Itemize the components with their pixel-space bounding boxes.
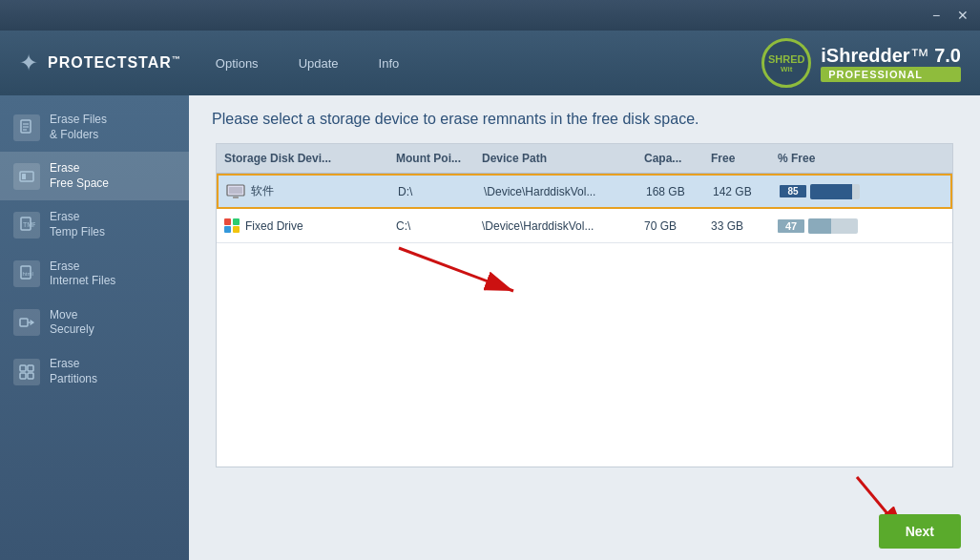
content: Please select a storage device to erase … (189, 95, 980, 483)
svg-rect-11 (20, 365, 26, 371)
svg-rect-16 (229, 187, 242, 194)
product-info: iShredder™ 7.0 PROFESSIONAL (821, 45, 961, 82)
minimize-button[interactable]: − (923, 5, 949, 26)
device-cell-1: 软件 (219, 179, 390, 203)
nav-menu: Options Update Info (210, 52, 405, 74)
erase-internet-label: EraseInternet Files (50, 259, 115, 289)
mount-cell-2: C:\ (388, 216, 474, 237)
svg-text:TMP: TMP (23, 221, 35, 228)
erase-temp-label: EraseTemp Files (50, 210, 105, 239)
pct-cell-2: 47 (770, 215, 865, 238)
sidebar: Erase Files& Folders EraseFree Space TMP… (0, 95, 189, 560)
erase-partitions-label: ErasePartitions (50, 357, 97, 386)
content-wrapper: Please select a storage device to erase … (189, 95, 980, 560)
path-cell-2: \Device\HarddiskVol... (474, 216, 636, 237)
storage-table: Storage Disk Devi... Mount Poi... Device… (216, 143, 953, 467)
professional-badge: PROFESSIONAL (821, 67, 961, 82)
svg-rect-17 (233, 197, 239, 198)
col-header-pct: % Free (770, 150, 865, 167)
brand: ✦ PROTECTSTAR™ (19, 50, 181, 76)
cap-cell-2: 70 GB (636, 216, 703, 237)
content-inner: Please select a storage device to erase … (189, 95, 980, 483)
pct-value-1: 85 (780, 185, 806, 197)
sidebar-item-move-securely[interactable]: MoveSecurely (0, 299, 189, 347)
svg-rect-5 (22, 174, 26, 179)
sidebar-item-erase-temp[interactable]: TMP EraseTemp Files (0, 200, 189, 249)
col-header-path: Device Path (474, 150, 636, 167)
sidebar-item-erase-internet[interactable]: html EraseInternet Files (0, 250, 189, 299)
sidebar-item-erase-partitions[interactable]: ErasePartitions (0, 347, 189, 396)
col-header-mount: Mount Poi... (388, 150, 474, 167)
table-row[interactable]: Fixed Drive C:\ \Device\HarddiskVol... 7… (217, 209, 952, 243)
shred-badge: SHRED Wit (761, 38, 811, 88)
table-row[interactable]: 软件 D:\ \Device\HarddiskVol... 168 GB 142… (217, 174, 952, 209)
svg-text:html: html (23, 271, 33, 277)
erase-partitions-icon (13, 359, 40, 385)
nav-update[interactable]: Update (293, 52, 344, 74)
close-button[interactable]: ✕ (949, 5, 976, 26)
cap-cell-1: 168 GB (638, 181, 705, 202)
erase-temp-icon: TMP (13, 212, 40, 239)
brand-name: PROTECTSTAR™ (48, 54, 181, 72)
move-securely-label: MoveSecurely (50, 308, 94, 338)
progress-fill-1 (810, 184, 852, 199)
pct-value-2: 47 (778, 219, 804, 233)
free-cell-1: 142 GB (705, 181, 772, 202)
move-securely-icon (13, 309, 40, 336)
brand-star-icon: ✦ (19, 50, 38, 76)
svg-rect-12 (28, 365, 33, 371)
titlebar: − ✕ (0, 0, 980, 31)
header: ✦ PROTECTSTAR™ Options Update Info SHRED… (0, 31, 980, 95)
header-left: ✦ PROTECTSTAR™ Options Update Info (19, 50, 405, 76)
sidebar-item-erase-files[interactable]: Erase Files& Folders (0, 103, 189, 152)
progress-fill-2 (808, 218, 831, 234)
erase-free-icon (13, 163, 40, 190)
svg-rect-10 (20, 319, 28, 326)
device-cell-2: Fixed Drive (217, 215, 388, 238)
table-header: Storage Disk Devi... Mount Poi... Device… (217, 144, 952, 174)
erase-internet-icon: html (13, 260, 40, 287)
progress-bg-1 (810, 184, 860, 199)
windows-icon (224, 218, 240, 234)
nav-info[interactable]: Info (373, 52, 406, 74)
sidebar-item-erase-free[interactable]: EraseFree Space (0, 152, 189, 200)
next-button[interactable]: Next (879, 514, 961, 549)
main-layout: Erase Files& Folders EraseFree Space TMP… (0, 95, 980, 560)
erase-free-label: EraseFree Space (50, 161, 109, 191)
page-title: Please select a storage device to erase … (212, 111, 957, 128)
erase-files-label: Erase Files& Folders (50, 113, 107, 142)
next-button-container: Next (879, 514, 961, 549)
svg-rect-14 (28, 373, 33, 379)
col-header-device: Storage Disk Devi... (217, 150, 388, 167)
nav-options[interactable]: Options (210, 52, 264, 74)
svg-rect-13 (20, 373, 26, 379)
path-cell-1: \Device\HarddiskVol... (476, 181, 638, 202)
col-header-cap: Capa... (636, 150, 703, 167)
product-title: iShredder™ 7.0 (821, 45, 961, 67)
erase-files-icon (13, 114, 40, 141)
free-cell-2: 33 GB (703, 216, 770, 237)
col-header-free: Free (703, 150, 770, 167)
mount-cell-1: D:\ (390, 181, 476, 202)
progress-bg-2 (808, 218, 858, 234)
header-right: SHRED Wit iShredder™ 7.0 PROFESSIONAL (761, 38, 961, 88)
pct-cell-1: 85 (772, 180, 867, 203)
